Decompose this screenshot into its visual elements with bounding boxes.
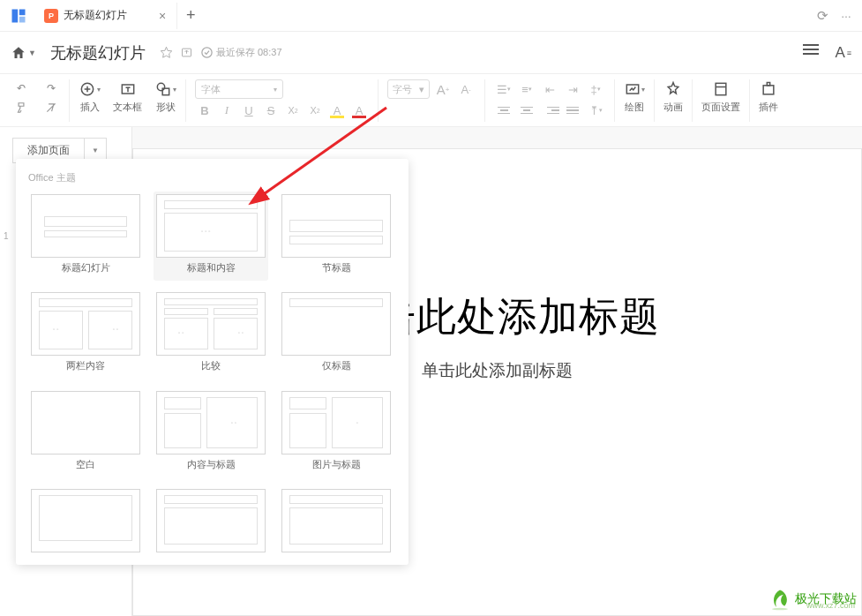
layout-extra-3[interactable] — [279, 486, 394, 562]
close-tab-icon[interactable]: × — [159, 9, 166, 23]
underline-button[interactable]: U — [239, 101, 259, 120]
layout-title-content[interactable]: ▫▫▫ 标题和内容 — [154, 192, 268, 281]
star-icon[interactable] — [160, 46, 173, 59]
svg-rect-10 — [716, 83, 726, 94]
align-center-button[interactable] — [517, 101, 536, 120]
line-spacing-button[interactable]: ‡▾ — [586, 79, 605, 99]
shape-button[interactable]: ▾ 形状 — [154, 79, 176, 114]
highlight-button[interactable]: A — [327, 101, 347, 120]
svg-rect-2 — [19, 16, 26, 22]
animation-button[interactable]: 动画 — [663, 79, 683, 114]
draw-button[interactable]: ▾ 绘图 — [624, 79, 645, 114]
svg-rect-1 — [19, 9, 26, 15]
textbox-button[interactable]: 文本框 — [113, 79, 142, 114]
text-direction-button[interactable]: ⤒▾ — [586, 101, 605, 120]
svg-rect-0 — [12, 9, 19, 22]
layout-picture-caption[interactable]: ▫ 图片与标题 — [279, 388, 394, 477]
layout-extra-1[interactable] — [28, 486, 143, 562]
text-style-button[interactable]: A≡ — [835, 44, 851, 62]
bullets-button[interactable]: ☰▾ — [494, 79, 513, 99]
align-left-button[interactable] — [494, 101, 513, 120]
slide-panel: 添加页面 ▼ 1 Office 主题 标题幻灯片 ▫▫▫ 标题和内容 节标题 — [0, 127, 132, 616]
redo-icon[interactable]: ↷ — [42, 79, 60, 97]
layout-extra-2[interactable] — [154, 486, 268, 562]
svg-rect-12 — [767, 83, 769, 86]
autosave-status: 最近保存 08:37 — [200, 46, 282, 59]
export-icon[interactable] — [180, 46, 193, 59]
app-logo-icon — [9, 6, 28, 26]
clear-format-icon[interactable] — [42, 99, 60, 116]
home-button[interactable]: ▼ — [11, 45, 36, 61]
document-tab[interactable]: P 无标题幻灯片 × — [34, 3, 177, 29]
increase-font-button[interactable]: A+ — [433, 79, 453, 99]
document-header: ▼ 无标题幻灯片 最近保存 08:37 A≡ — [0, 32, 862, 74]
watermark: 极光下载站 www.xz7.com — [768, 588, 857, 611]
font-color-button[interactable]: A — [349, 101, 369, 120]
page-setup-button[interactable]: 页面设置 — [701, 79, 740, 114]
align-justify-button[interactable] — [563, 101, 582, 120]
font-size-selector[interactable]: 字号▾ — [387, 79, 430, 99]
align-right-button[interactable] — [540, 101, 559, 120]
svg-point-4 — [202, 48, 212, 57]
italic-button[interactable]: I — [217, 101, 236, 120]
slide-number: 1 — [4, 231, 9, 241]
layout-two-content[interactable]: ▫▫▫▫ 两栏内容 — [28, 289, 143, 379]
undo-icon[interactable]: ↶ — [12, 79, 30, 97]
insert-button[interactable]: ▾ 插入 — [79, 79, 101, 114]
layout-dropdown: Office 主题 标题幻灯片 ▫▫▫ 标题和内容 节标题 ▫▫▫▫ — [16, 159, 409, 565]
layout-title-slide[interactable]: 标题幻灯片 — [28, 192, 143, 281]
main-content: 添加页面 ▼ 1 Office 主题 标题幻灯片 ▫▫▫ 标题和内容 节标题 — [0, 127, 862, 616]
layout-section-header[interactable]: 节标题 — [279, 192, 394, 281]
document-title[interactable]: 无标题幻灯片 — [50, 42, 146, 64]
watermark-url: www.xz7.com — [806, 601, 855, 610]
svg-point-14 — [772, 608, 788, 611]
chevron-down-icon: ▼ — [28, 49, 36, 57]
toolbar: ↶ ↷ ▾ 插入 文本框 ▾ 形状 字体▾ B I U — [0, 74, 862, 127]
more-icon[interactable]: … — [841, 8, 851, 24]
superscript-button[interactable]: X2 — [283, 101, 303, 120]
bold-button[interactable]: B — [195, 101, 214, 120]
subscript-button[interactable]: X2 — [305, 101, 325, 120]
decrease-font-button[interactable]: A- — [456, 79, 476, 99]
watermark-logo-icon — [768, 588, 791, 611]
strikethrough-button[interactable]: S — [261, 101, 281, 120]
indent-inc-button[interactable]: ⇥ — [563, 79, 582, 99]
indent-dec-button[interactable]: ⇤ — [540, 79, 559, 99]
ppt-file-icon: P — [44, 9, 58, 23]
layout-blank[interactable]: 空白 — [28, 388, 143, 477]
font-selector[interactable]: 字体▾ — [195, 79, 283, 99]
titlebar: P 无标题幻灯片 × + ⟳ … — [0, 0, 862, 32]
layout-content-caption[interactable]: ▫▫ 内容与标题 — [154, 388, 268, 477]
menu-icon[interactable] — [803, 44, 819, 62]
sync-icon[interactable]: ⟳ — [817, 8, 828, 24]
plugin-button[interactable]: 插件 — [759, 79, 778, 114]
svg-rect-11 — [763, 86, 774, 94]
svg-point-7 — [157, 83, 164, 90]
new-tab-button[interactable]: + — [177, 6, 204, 25]
layout-comparison[interactable]: ▫▫▫▫ 比较 — [154, 289, 268, 379]
dropdown-header: Office 主题 — [28, 171, 401, 184]
format-painter-icon[interactable] — [12, 99, 30, 116]
tab-title: 无标题幻灯片 — [64, 8, 127, 23]
numbering-button[interactable]: ≡▾ — [517, 79, 536, 99]
layout-title-only[interactable]: 仅标题 — [279, 289, 394, 379]
